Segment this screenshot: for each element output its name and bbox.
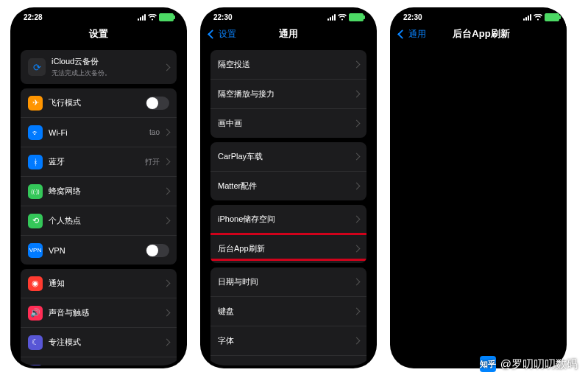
row-label: 字体 xyxy=(218,335,354,346)
row-label: VPN xyxy=(49,246,146,255)
settings-row[interactable]: 隔空播放与接力 xyxy=(210,79,366,108)
row-label: 画中画 xyxy=(218,118,354,129)
settings-row[interactable]: 键盘 xyxy=(210,296,366,326)
wifi-icon xyxy=(534,14,542,21)
row-label: 通知 xyxy=(49,278,164,289)
signal-icon xyxy=(138,14,146,21)
settings-row[interactable]: 隔空投送 xyxy=(210,50,366,79)
row-label: 键盘 xyxy=(218,306,354,317)
settings-row[interactable]: VPNVPN xyxy=(21,235,177,265)
settings-row[interactable]: ᯤWi-Fitao xyxy=(21,117,177,147)
row-label: 蓝牙 xyxy=(49,156,145,167)
chevron-right-icon xyxy=(353,245,361,253)
settings-row[interactable]: ✈飞行模式 xyxy=(21,88,177,117)
bt-icon: ᚼ xyxy=(28,155,43,169)
row-label: 语言与地区 xyxy=(218,365,354,365)
chevron-right-icon xyxy=(353,61,361,69)
row-label: 声音与触感 xyxy=(49,307,164,318)
chevron-right-icon xyxy=(163,158,171,166)
row-label: Wi-Fi xyxy=(49,128,149,137)
chevron-right-icon xyxy=(353,91,361,98)
chevron-right-icon xyxy=(353,337,361,345)
settings-row[interactable]: iPhone储存空间 xyxy=(210,205,366,234)
screentime-icon: ⏳ xyxy=(28,365,43,366)
header: 设置 通用 xyxy=(203,23,374,46)
row-value: tao xyxy=(149,128,160,136)
settings-row[interactable]: Matter配件 xyxy=(210,171,366,200)
chevron-left-icon xyxy=(208,29,217,39)
chevron-right-icon xyxy=(353,153,361,161)
chevron-right-icon xyxy=(163,217,171,225)
chevron-right-icon xyxy=(163,280,171,287)
back-button[interactable]: 设置 xyxy=(209,28,236,41)
settings-row[interactable]: 画中画 xyxy=(210,108,366,138)
phone-background-refresh: 22:30 通用 后台App刷新 后台App刷新 打开 使用Wi-Fi或蜂窝网络… xyxy=(390,7,567,368)
airplane-icon: ✈ xyxy=(28,96,43,111)
hotspot-icon: ⟲ xyxy=(28,214,43,228)
battery-icon xyxy=(349,13,364,21)
signal-icon xyxy=(327,14,336,21)
vpn-icon: VPN xyxy=(28,243,43,258)
page-title: 通用 xyxy=(279,27,298,41)
row-label: iPhone储存空间 xyxy=(218,214,354,225)
row-label: 个人热点 xyxy=(49,215,164,226)
chevron-right-icon xyxy=(353,279,361,286)
watermark: 知乎 @罗叨叨叨数码 xyxy=(480,356,578,372)
toggle-switch[interactable] xyxy=(146,97,169,110)
settings-row[interactable]: ((·))蜂窝网络 xyxy=(21,176,177,206)
settings-row[interactable]: ⟲个人热点 xyxy=(21,206,177,235)
settings-row[interactable]: CarPlay车载 xyxy=(210,142,366,171)
row-label: 飞行模式 xyxy=(49,97,146,108)
wifi-icon xyxy=(148,14,157,21)
cloud-devices-icon: ⟳ xyxy=(28,58,46,76)
header: 通用 后台App刷新 xyxy=(393,23,567,46)
settings-row[interactable]: 语言与地区 xyxy=(210,355,366,365)
watermark-text: @罗叨叨叨数码 xyxy=(500,357,578,371)
row-label: 日期与时间 xyxy=(218,276,354,287)
phone-settings: 22:28 设置 ⟳ iCloud云备份 无法完成上次备份。 ✈飞行模式ᯤWi-… xyxy=(10,7,187,368)
row-label: 专注模式 xyxy=(49,337,164,348)
clock: 22:30 xyxy=(403,13,422,21)
signal-icon xyxy=(523,14,531,21)
cell-icon: ((·)) xyxy=(28,184,43,199)
settings-row[interactable]: ☾专注模式 xyxy=(21,327,177,357)
toggle-switch[interactable] xyxy=(146,244,169,257)
phone-general: 22:30 设置 通用 隔空投送隔空播放与接力画中画 CarPlay车载Matt… xyxy=(200,7,377,368)
row-label: Matter配件 xyxy=(218,181,354,192)
clock: 22:30 xyxy=(213,13,233,21)
battery-icon xyxy=(159,13,174,21)
chevron-right-icon xyxy=(163,339,171,346)
row-label: CarPlay车载 xyxy=(218,151,354,162)
chevron-left-icon xyxy=(397,29,407,39)
notif-icon: ◉ xyxy=(28,276,43,291)
icloud-banner[interactable]: ⟳ iCloud云备份 无法完成上次备份。 xyxy=(21,50,177,84)
header: 设置 xyxy=(13,23,184,46)
battery-icon xyxy=(545,13,559,21)
settings-row[interactable]: 后台App刷新 xyxy=(210,234,366,263)
chevron-right-icon xyxy=(163,63,171,71)
settings-row[interactable]: ᚼ蓝牙打开 xyxy=(21,147,177,176)
settings-row[interactable]: ⏳屏幕使用时间 xyxy=(21,357,177,365)
banner-subtitle: 无法完成上次备份。 xyxy=(52,69,158,78)
settings-row[interactable]: 字体 xyxy=(210,326,366,355)
zhihu-logo-icon: 知乎 xyxy=(480,356,496,372)
banner-title: iCloud云备份 xyxy=(52,56,158,67)
sound-icon: 🔊 xyxy=(28,306,43,321)
chevron-right-icon xyxy=(163,188,171,195)
chevron-right-icon xyxy=(353,216,361,223)
row-label: 隔空投送 xyxy=(218,59,354,70)
page-title: 后台App刷新 xyxy=(453,27,509,41)
row-label: 后台App刷新 xyxy=(218,243,354,254)
settings-row[interactable]: 🔊声音与触感 xyxy=(21,298,177,327)
chevron-right-icon xyxy=(353,183,361,190)
settings-row[interactable]: ◉通知 xyxy=(21,269,177,298)
settings-row[interactable]: 日期与时间 xyxy=(210,267,366,296)
focus-icon: ☾ xyxy=(28,335,43,350)
wifi-icon: ᯤ xyxy=(28,125,43,140)
chevron-right-icon xyxy=(163,129,171,136)
clock: 22:28 xyxy=(24,13,43,21)
row-label: 蜂窝网络 xyxy=(49,186,164,197)
wifi-icon xyxy=(338,14,347,21)
page-title: 设置 xyxy=(89,27,108,41)
back-button[interactable]: 通用 xyxy=(399,28,426,41)
